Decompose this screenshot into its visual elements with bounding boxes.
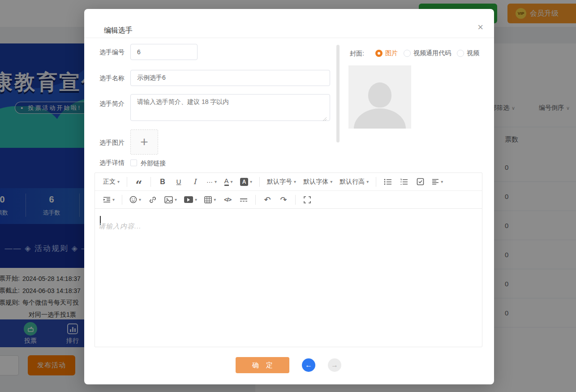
- italic-button[interactable]: I: [187, 175, 203, 189]
- chevron-down-icon: ▾: [139, 197, 141, 202]
- chevron-down-icon: ▾: [175, 197, 177, 202]
- toolbar-divider: [376, 177, 376, 187]
- bold-button[interactable]: B: [155, 175, 171, 189]
- toolbar-divider: [150, 177, 151, 187]
- paragraph-dropdown-label: 正文: [103, 178, 116, 186]
- intro-textarea[interactable]: [130, 94, 330, 121]
- editor-toolbar-row-2: ▾ ▾ ▾ ▾: [95, 191, 482, 209]
- radio-icon: [404, 50, 411, 57]
- chevron-down-icon: ▾: [215, 179, 217, 184]
- toolbar-divider: [122, 195, 122, 205]
- chevron-down-icon: ▾: [112, 197, 115, 202]
- more-styles-dropdown[interactable]: ··· ▾: [203, 175, 220, 189]
- chevron-down-icon: ▾: [250, 179, 252, 184]
- intro-field-label: 选手简介: [99, 100, 125, 108]
- divider-button[interactable]: [236, 193, 252, 207]
- font-size-dropdown[interactable]: 默认字号 ▾: [263, 175, 300, 189]
- table-dropdown[interactable]: ▾: [201, 193, 219, 207]
- bullet-list-button[interactable]: [380, 175, 396, 189]
- chevron-down-icon: ▾: [195, 197, 197, 202]
- name-field-label: 选手名称: [99, 74, 125, 82]
- form-scrollbar[interactable]: [336, 45, 340, 142]
- undo-glyph: ↶: [264, 195, 271, 205]
- indent-dropdown[interactable]: ▾: [99, 193, 118, 207]
- highlight-color-dropdown[interactable]: A ▾: [236, 175, 256, 189]
- highlight-glyph: A: [240, 178, 248, 186]
- line-height-dropdown[interactable]: 默认行高 ▾: [336, 175, 372, 189]
- bold-glyph: B: [160, 178, 165, 186]
- avatar-placeholder-head: [368, 82, 391, 108]
- arrow-left-icon: ←: [305, 361, 312, 369]
- font-family-dropdown[interactable]: 默认字体 ▾: [300, 175, 336, 189]
- toolbar-divider: [255, 195, 256, 205]
- chevron-down-icon: ▾: [214, 197, 216, 202]
- line-height-label: 默认行高: [340, 178, 365, 186]
- close-icon[interactable]: ×: [477, 22, 483, 32]
- video-icon: [184, 196, 193, 203]
- ordered-list-button[interactable]: [396, 175, 412, 189]
- number-input[interactable]: [130, 44, 198, 60]
- chevron-down-icon: ▾: [441, 179, 443, 184]
- editor-toolbar-row-1: 正文 ▾ “ B U I ··· ▾ A ▾ A ▾: [95, 173, 482, 191]
- cover-radio-group: 图片 视频通用代码 视频: [375, 49, 479, 57]
- align-dropdown[interactable]: ▾: [428, 175, 447, 189]
- italic-glyph: I: [193, 177, 196, 186]
- chevron-down-icon: ▾: [117, 179, 120, 184]
- avatar-placeholder-body: [354, 108, 406, 129]
- name-input[interactable]: [130, 70, 330, 86]
- radio-icon: [457, 50, 464, 57]
- underline-glyph: U: [176, 178, 181, 185]
- cover-label: 封面:: [350, 50, 364, 58]
- chevron-down-icon: ▾: [366, 179, 369, 184]
- undo-button[interactable]: ↶: [259, 193, 275, 207]
- cover-option-video-label: 视频: [467, 49, 479, 57]
- image-field-label: 选手图片: [99, 139, 125, 147]
- video-dropdown[interactable]: ▾: [181, 193, 201, 207]
- plus-icon: +: [140, 134, 148, 150]
- quote-glyph: “: [136, 177, 142, 187]
- font-size-label: 默认字号: [267, 178, 292, 186]
- code-button[interactable]: </>: [219, 193, 236, 207]
- number-field-label: 选手编号: [99, 48, 125, 56]
- more-glyph: ···: [206, 178, 213, 185]
- quote-button[interactable]: “: [131, 175, 147, 189]
- cover-option-video[interactable]: 视频: [457, 49, 479, 57]
- cover-image-preview: [348, 65, 411, 129]
- confirm-button[interactable]: 确 定: [236, 357, 289, 373]
- cover-option-image[interactable]: 图片: [375, 49, 398, 57]
- paragraph-dropdown[interactable]: 正文 ▾: [99, 175, 123, 189]
- cover-option-embed-code[interactable]: 视频通用代码: [404, 49, 451, 57]
- toolbar-divider: [127, 177, 127, 187]
- font-color-dropdown[interactable]: A ▾: [220, 175, 236, 189]
- next-contestant-button[interactable]: →: [328, 358, 341, 372]
- modal-title: 编辑选手: [104, 26, 133, 35]
- chevron-down-icon: ▾: [231, 179, 233, 184]
- chevron-down-icon: ▾: [330, 179, 332, 184]
- link-button[interactable]: [145, 193, 161, 207]
- editor-content-area[interactable]: 请输入内容...: [95, 209, 482, 347]
- chevron-down-icon: ▾: [294, 179, 296, 184]
- redo-button[interactable]: ↷: [275, 193, 292, 207]
- radio-selected-icon: [375, 50, 383, 57]
- external-link-checkbox[interactable]: [130, 159, 137, 166]
- emoji-dropdown[interactable]: ▾: [126, 193, 145, 207]
- font-color-glyph: A: [224, 178, 229, 186]
- screen: 选择模板 VIP 会员升级 康教育宣传 ● 投票活动开始啦! ● 健康教育宣传视…: [0, 0, 576, 392]
- underline-button[interactable]: U: [171, 175, 187, 189]
- toolbar-divider: [295, 195, 296, 205]
- toolbar-divider: [259, 177, 260, 187]
- external-link-label: 外部链接: [141, 159, 166, 168]
- rich-text-editor: 正文 ▾ “ B U I ··· ▾ A ▾ A ▾: [95, 172, 482, 347]
- cover-option-embed-label: 视频通用代码: [413, 49, 451, 57]
- code-glyph: </>: [224, 196, 231, 203]
- previous-contestant-button[interactable]: ←: [302, 358, 315, 372]
- detail-field-label: 选手详情: [99, 159, 125, 167]
- editor-placeholder: 请输入内容...: [99, 222, 142, 231]
- font-family-label: 默认字体: [303, 178, 328, 186]
- fullscreen-button[interactable]: [299, 193, 315, 207]
- edit-contestant-modal: 编辑选手 × 选手编号 选手名称 选手简介 选手图片 + 选手详情 外部链接 封…: [84, 9, 494, 384]
- image-dropdown[interactable]: ▾: [161, 193, 181, 207]
- cover-option-image-label: 图片: [385, 49, 398, 57]
- task-list-button[interactable]: [412, 175, 428, 189]
- image-upload-box[interactable]: +: [130, 129, 158, 155]
